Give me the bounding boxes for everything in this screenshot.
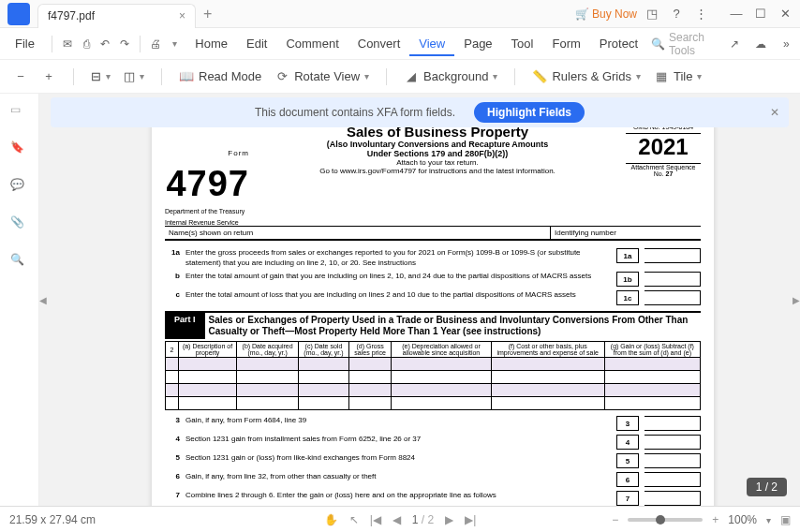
select-tool-icon[interactable]: ↖ [349,513,359,526]
tab-close-icon[interactable]: × [179,9,185,22]
last-page-icon[interactable]: ▶| [465,513,476,526]
page-area: ◀ ▶ This document contains XFA form fiel… [39,94,800,506]
val-1c[interactable] [644,290,701,305]
col-0: 2 [166,342,179,358]
menu-protect[interactable]: Protect [590,33,647,54]
view-toolbar: − + ⊟ ◫ 📖Read Mode ⟳Rotate View ◢Backgro… [0,60,800,94]
background-btn[interactable]: ◢Background [404,69,497,84]
col-7: (g) Gain or (loss) Subtract (f) from the… [604,342,700,358]
undo-icon[interactable]: ↶ [97,34,112,54]
buy-now-link[interactable]: 🛒 Buy Now [575,7,637,21]
zoom-in-status-icon[interactable]: + [712,513,719,526]
page-input[interactable]: 1 / 2 [412,513,434,526]
box-3[interactable]: 3 [616,416,639,431]
menu-comment[interactable]: Comment [276,33,348,54]
comments-icon[interactable]: 💬 [10,178,29,197]
form-subtitle2: Under Sections 179 and 280F(b)(2)) [257,149,618,158]
mail-icon[interactable]: ✉ [60,34,75,54]
bookmarks-icon[interactable]: 🔖 [10,140,29,159]
search-tools[interactable]: 🔍 Search Tools [651,31,717,57]
prev-page-icon[interactable]: ◀ [393,513,401,526]
property-table: 2(a) Description of property(b) Date acq… [165,341,701,410]
page-display-btn[interactable]: ◫ [124,69,144,83]
fit-width-btn[interactable]: ⊟ [91,69,111,83]
id-number-label: Identifying number [551,227,701,239]
form-subtitle1: (Also Involuntary Conversions and Recapt… [257,140,618,149]
help-icon[interactable]: ? [667,7,686,21]
panel-expand-left-icon[interactable]: ◀ [39,295,47,305]
val-7[interactable] [644,491,701,506]
col-2: (b) Date acquired (mo., day, yr.) [237,342,299,358]
val-3[interactable] [644,416,701,431]
rulers-grids-btn[interactable]: 📏Rulers & Grids [532,69,641,84]
col-5: (e) Depreciation allowed or allowable si… [392,342,491,358]
menu-edit[interactable]: Edit [237,33,276,54]
box-4[interactable]: 4 [616,435,639,450]
box-1c[interactable]: 1c [616,290,639,305]
panel-expand-right-icon[interactable]: ▶ [793,295,800,305]
next-page-icon[interactable]: ▶ [445,513,453,526]
first-page-icon[interactable]: |◀ [370,513,381,526]
notifications-icon[interactable]: ◳ [643,7,661,21]
read-mode-btn[interactable]: 📖Read Mode [179,69,261,84]
box-1b[interactable]: 1b [616,272,639,287]
more-icon[interactable]: ⋮ [691,7,710,21]
zoom-dropdown-icon[interactable] [766,513,771,526]
banner-close-icon[interactable]: ✕ [770,106,779,119]
export-icon[interactable]: 🖨 [148,34,163,54]
share-icon[interactable]: ↗ [726,34,743,54]
zoom-slider[interactable] [628,518,703,522]
zoom-out-icon[interactable]: − [13,69,28,84]
expand-icon[interactable]: » [778,34,794,54]
menu-convert[interactable]: Convert [348,33,410,54]
box-6[interactable]: 6 [616,472,639,487]
menu-view[interactable]: View [409,33,454,56]
hand-tool-icon[interactable]: ✋ [324,513,338,526]
rotate-view-btn[interactable]: ⟳Rotate View [274,69,369,84]
tab-label: f4797.pdf [48,9,95,22]
export-dropdown-icon[interactable] [167,34,182,54]
form-label: Form [228,149,249,157]
app-icon [7,3,30,25]
box-7[interactable]: 7 [616,491,639,506]
close-window-icon[interactable]: ✕ [776,7,794,21]
line-7-num: 7 [165,491,180,499]
tax-year: 2021 [626,134,701,160]
val-5[interactable] [644,453,701,468]
line-3-num: 3 [165,416,180,424]
highlight-fields-btn[interactable]: Highlight Fields [474,102,585,123]
search-panel-icon[interactable]: 🔍 [10,253,29,272]
attachments-icon[interactable]: 📎 [10,215,29,234]
thumbnails-icon[interactable]: ▭ [10,103,29,122]
maximize-icon[interactable]: ☐ [751,7,770,21]
line-1b-text: Enter the total amount of gain that you … [185,272,607,281]
val-1b[interactable] [644,272,701,287]
box-5[interactable]: 5 [616,453,639,468]
val-4[interactable] [644,435,701,450]
print-icon[interactable]: ⎙ [79,34,94,54]
read-mode-icon: 📖 [179,69,194,84]
box-1a[interactable]: 1a [616,248,639,263]
cloud-icon[interactable]: ☁ [752,34,769,54]
line-4-text: Section 1231 gain from installment sales… [185,435,607,444]
menu-tool[interactable]: Tool [502,33,543,54]
seq-no: 27 [666,170,674,177]
new-tab-icon[interactable]: + [203,6,212,22]
redo-icon[interactable]: ↷ [117,34,132,54]
line-5-num: 5 [165,453,180,462]
col-1: (a) Description of property [179,342,237,358]
zoom-in-icon[interactable]: + [41,69,56,84]
menu-form[interactable]: Form [542,33,589,54]
val-1a[interactable] [644,248,701,263]
document-tab[interactable]: f4797.pdf × [37,4,196,28]
menu-page[interactable]: Page [454,33,501,54]
zoom-out-status-icon[interactable]: − [612,513,618,526]
search-icon: 🔍 [651,37,665,51]
fit-page-icon[interactable]: ▣ [780,513,791,526]
file-menu[interactable]: File [6,33,44,54]
tile-btn[interactable]: ▦Tile [654,69,702,84]
minimize-icon[interactable]: — [727,7,746,21]
zoom-percent[interactable]: 100% [728,513,757,526]
menu-home[interactable]: Home [185,33,237,54]
val-6[interactable] [644,472,701,487]
